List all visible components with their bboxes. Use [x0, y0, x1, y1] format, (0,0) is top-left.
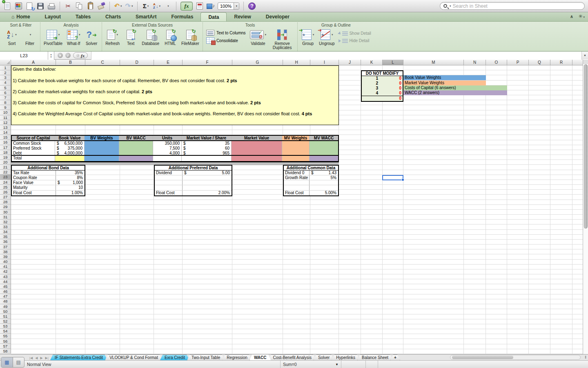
row-header-14[interactable]: 14 [0, 130, 11, 135]
column-header-P[interactable]: P [507, 60, 529, 65]
row-header-18[interactable]: 18 [0, 150, 11, 155]
capital-row-common-stock[interactable]: Common Stock $6,500,000 350,000 $35 [12, 141, 338, 146]
validate-button[interactable]: ▾ Validate [250, 29, 267, 46]
preferred-row[interactable]: Float Cost2.00% [155, 191, 232, 195]
last-sheet-icon[interactable]: ▶| [45, 356, 49, 360]
row-header-11[interactable]: 11 [0, 115, 11, 120]
column-header-L[interactable]: L [383, 60, 403, 65]
column-header-E[interactable]: E [154, 60, 183, 65]
common-row[interactable] [284, 185, 338, 190]
sheet-tab-exra-credit[interactable]: Exra Credit [160, 355, 189, 360]
common-row[interactable] [284, 180, 338, 185]
sheet-tab-vlookup[interactable]: VLOOKUP & Cond Format [105, 355, 163, 360]
tab-formulas[interactable]: Formulas [164, 12, 200, 21]
column-header-C[interactable]: C [85, 60, 120, 65]
capital-row-total[interactable]: Total [12, 156, 338, 161]
print-button[interactable] [47, 1, 56, 11]
row-header-4[interactable]: 4 [0, 80, 11, 85]
column-header-F[interactable]: F [183, 60, 232, 65]
row-header-16[interactable]: 16 [0, 140, 11, 145]
common-row[interactable]: Float Cost5.00% [284, 191, 338, 195]
row-header-43[interactable]: 43 [0, 274, 11, 279]
row-header-56[interactable]: 56 [0, 339, 11, 344]
row-header-21[interactable]: 21 [0, 165, 11, 170]
column-header-Q[interactable]: Q [529, 60, 550, 65]
first-sheet-icon[interactable]: |◀ [29, 356, 33, 360]
row-header-30[interactable]: 30 [0, 210, 11, 215]
name-box-stepper[interactable]: ▲ ▼ [48, 52, 54, 60]
formula-builder-button[interactable]: fx [180, 1, 193, 11]
row-header-35[interactable]: 35 [0, 234, 11, 239]
bond-row[interactable]: Coupon Rate8% [12, 175, 85, 180]
row-header-46[interactable]: 46 [0, 289, 11, 294]
column-header-D[interactable]: D [120, 60, 154, 65]
column-header-M[interactable]: M [403, 60, 464, 65]
format-painter-button[interactable] [97, 1, 105, 11]
collapse-ribbon-icon[interactable]: ∧ [570, 14, 573, 19]
row-header-53[interactable]: 53 [0, 324, 11, 329]
column-header-R[interactable]: R [550, 60, 572, 65]
row-header-5[interactable]: 5 [0, 85, 11, 90]
accept-button[interactable]: ✓ [65, 53, 71, 58]
row-header-32[interactable]: 32 [0, 220, 11, 224]
capital-row-preferred-stock[interactable]: Preferred Stock $375,000 7,500 $60 [12, 146, 338, 151]
row-header-45[interactable]: 45 [0, 284, 11, 289]
tab-smartart[interactable]: SmartArt [128, 12, 164, 21]
horizontal-scrollbar[interactable] [450, 355, 581, 360]
sheet-tab-hyperlinks[interactable]: Hyperlinks [332, 355, 360, 360]
active-cell-outline[interactable] [382, 175, 403, 181]
row-header-20[interactable]: 20 [0, 160, 11, 165]
new-workbook-button[interactable] [3, 1, 11, 11]
column-header-J[interactable]: J [339, 60, 361, 65]
preferred-row[interactable]: Dividend$5.00 [155, 171, 232, 175]
column-header-blank[interactable] [572, 60, 583, 65]
cut-button[interactable]: ✂ [64, 1, 72, 11]
import-database-button[interactable]: ↻ Database [142, 29, 159, 46]
expand-formula-bar-button[interactable]: ▼ [581, 52, 588, 60]
ungroup-button[interactable]: ➜▾ Ungroup [319, 29, 334, 46]
what-if-button[interactable]: ?▾ What-If [67, 29, 80, 46]
text-to-columns-button[interactable]: Text to Columns [206, 30, 246, 36]
row-header-55[interactable]: 55 [0, 334, 11, 339]
row-header-38[interactable]: 38 [0, 249, 11, 254]
page-layout-view-button[interactable]: ▤ [13, 357, 24, 367]
workbook-gallery-button[interactable] [14, 1, 22, 11]
row-header-54[interactable]: 54 [0, 329, 11, 334]
vertical-scroll-thumb[interactable] [584, 64, 588, 229]
preferred-row[interactable] [155, 185, 232, 190]
formula-input[interactable] [91, 52, 581, 60]
row-header-10[interactable]: 10 [0, 110, 11, 115]
row-header-1[interactable]: 1 [0, 65, 11, 70]
sort-button[interactable]: AZ ↓▾ [153, 1, 161, 11]
tab-home[interactable]: ⌂Home [4, 12, 38, 21]
row-header-2[interactable]: 2 [0, 70, 11, 75]
horizontal-scroll-thumb[interactable] [452, 356, 513, 359]
row-header-3[interactable]: 3 [0, 75, 11, 80]
select-all-corner[interactable] [0, 60, 11, 65]
bond-row[interactable]: Float Cost1.00% [12, 191, 85, 195]
row-header-27[interactable]: 27 [0, 195, 11, 200]
save-button[interactable] [36, 1, 45, 11]
row-header-33[interactable]: 33 [0, 224, 11, 229]
row-header-17[interactable]: 17 [0, 145, 11, 150]
row-header-51[interactable]: 51 [0, 314, 11, 319]
filter-button[interactable]: ▾ [164, 1, 172, 11]
sheet-tab-two-input-table[interactable]: Two-Input Table [187, 355, 225, 360]
show-detail-button[interactable]: Show Detail [339, 31, 371, 36]
refresh-button[interactable]: ↻▾ Refresh [105, 29, 120, 46]
row-header-12[interactable]: 12 [0, 120, 11, 125]
row-header-47[interactable]: 47 [0, 294, 11, 299]
row-header-19[interactable]: 19 [0, 155, 11, 160]
gear-icon[interactable]: ✳▾ [578, 13, 585, 19]
row-header-26[interactable]: 26 [0, 190, 11, 195]
zoom-dropdown-icon[interactable]: ▾ [234, 3, 239, 9]
row-header-15[interactable]: 15 [0, 135, 11, 140]
consolidate-button[interactable]: Consolidate [206, 37, 246, 44]
cancel-button[interactable]: × [58, 53, 63, 58]
row-header-50[interactable]: 50 [0, 309, 11, 314]
search-scope-dropdown-icon[interactable]: ▾ [450, 4, 451, 8]
row-header-8[interactable]: 8 [0, 100, 11, 105]
bond-row[interactable]: Tax Rate35% [12, 171, 85, 175]
sort-ribbon-button[interactable]: AZ↓▾ Sort [5, 29, 19, 46]
preferred-row[interactable] [155, 180, 232, 185]
